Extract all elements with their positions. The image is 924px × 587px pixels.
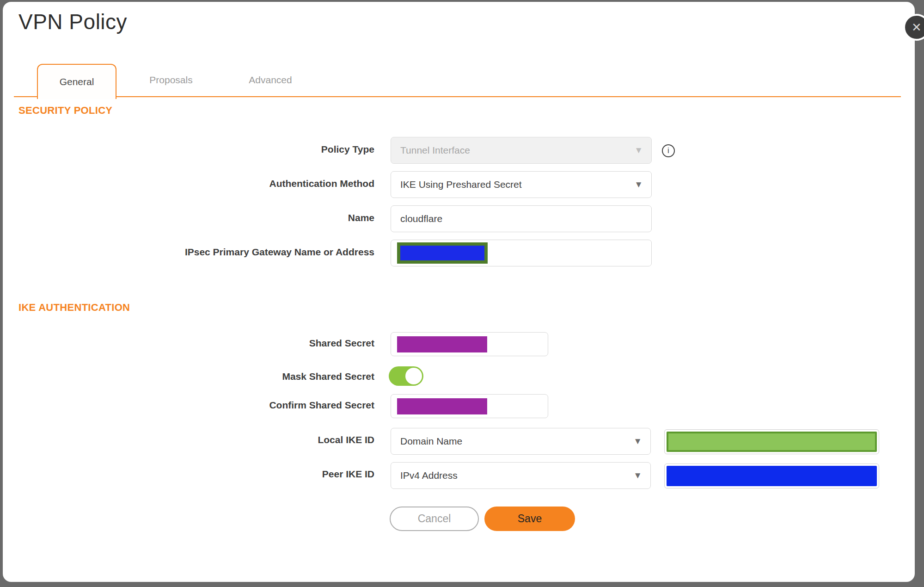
vpn-policy-dialog: VPN Policy General Proposals Advanced SE… — [3, 2, 915, 582]
gateway-label: IPsec Primary Gateway Name or Address — [18, 247, 374, 258]
mask-shared-secret-label: Mask Shared Secret — [18, 371, 374, 382]
ike-authentication-heading: IKE AUTHENTICATION — [18, 302, 130, 314]
toggle-knob-icon — [405, 368, 422, 384]
info-icon[interactable]: i — [662, 144, 675, 157]
auth-method-label: Authentication Method — [18, 178, 374, 189]
chevron-down-icon: ▼ — [634, 179, 643, 190]
local-ike-id-select[interactable]: Domain Name ▼ — [391, 428, 651, 455]
local-ike-id-label: Local IKE ID — [18, 434, 374, 445]
tab-advanced[interactable]: Advanced — [233, 64, 307, 96]
confirm-shared-secret-label: Confirm Shared Secret — [18, 400, 374, 411]
tab-advanced-label: Advanced — [249, 74, 292, 86]
page-title: VPN Policy — [18, 9, 127, 34]
shared-secret-redacted-value — [397, 336, 487, 352]
peer-ike-id-redacted-value — [667, 466, 877, 486]
policy-type-value: Tunnel Interface — [400, 145, 470, 156]
peer-ike-id-select[interactable]: IPv4 Address ▼ — [391, 462, 651, 489]
info-icon-glyph: i — [667, 146, 669, 155]
security-policy-heading: SECURITY POLICY — [18, 105, 112, 117]
peer-ike-id-label: Peer IKE ID — [18, 469, 374, 480]
policy-type-select: Tunnel Interface ▼ — [391, 137, 652, 164]
save-button[interactable]: Save — [484, 507, 575, 531]
peer-ike-id-value: IPv4 Address — [400, 470, 458, 481]
local-ike-id-value: Domain Name — [400, 436, 462, 447]
name-input[interactable] — [391, 205, 652, 232]
tab-proposals-label: Proposals — [149, 74, 192, 86]
peer-ike-id-value-field[interactable] — [664, 463, 879, 488]
auth-method-select[interactable]: IKE Using Preshared Secret ▼ — [391, 171, 652, 198]
tab-proposals[interactable]: Proposals — [134, 64, 208, 96]
confirm-shared-secret-redacted-value — [397, 398, 487, 414]
shared-secret-label: Shared Secret — [18, 338, 374, 349]
chevron-down-icon: ▼ — [634, 145, 643, 155]
chevron-down-icon: ▼ — [633, 436, 642, 446]
tab-general[interactable]: General — [37, 64, 116, 99]
mask-shared-secret-toggle[interactable] — [389, 366, 423, 386]
local-ike-id-value-field[interactable] — [664, 429, 879, 454]
policy-type-label: Policy Type — [18, 144, 374, 155]
tab-underline — [14, 96, 901, 97]
local-ike-id-redacted-value — [667, 432, 877, 452]
chevron-down-icon: ▼ — [633, 470, 642, 481]
auth-method-value: IKE Using Preshared Secret — [400, 179, 522, 190]
vpn-policy-screen: VPN Policy General Proposals Advanced SE… — [0, 0, 924, 587]
name-label: Name — [18, 212, 374, 223]
cancel-button[interactable]: Cancel — [390, 507, 479, 531]
gateway-redacted-value — [397, 242, 488, 264]
tab-general-label: General — [60, 76, 94, 87]
